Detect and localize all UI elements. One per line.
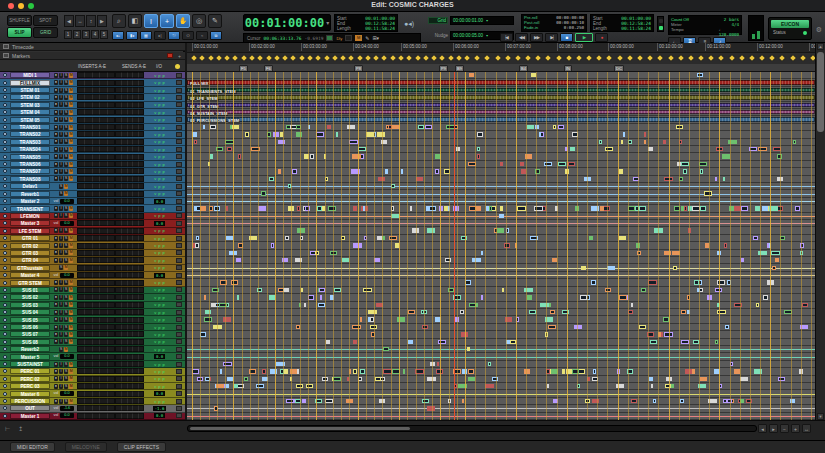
edit-toggle-3-icon[interactable]: ▦ <box>140 31 152 40</box>
audio-clip[interactable] <box>777 154 782 158</box>
io-display[interactable]: vpp <box>144 332 175 337</box>
inserts-cells[interactable] <box>77 206 115 212</box>
audio-clip[interactable]: 05_PERCUSSIONS_STEM <box>187 117 815 121</box>
track-row[interactable]: Reverb2SMvpp <box>0 346 185 353</box>
sends-cells[interactable] <box>115 228 144 234</box>
io-display[interactable]: vpp <box>144 236 175 241</box>
audio-clip[interactable] <box>458 384 467 388</box>
audio-clip[interactable] <box>666 377 673 381</box>
spot-mode-button[interactable]: SPOT <box>33 15 58 26</box>
audio-clip[interactable] <box>485 384 494 388</box>
inserts-cells[interactable] <box>77 102 115 108</box>
track-state-buttons[interactable]: vol-1.6 <box>50 406 77 411</box>
zoom-preset-4[interactable]: 4 <box>91 30 99 39</box>
marker-icon[interactable] <box>495 55 501 61</box>
audio-clip[interactable] <box>755 206 760 210</box>
audio-clip[interactable] <box>282 258 288 262</box>
inserts-cells[interactable] <box>77 346 115 352</box>
audio-clip[interactable] <box>799 369 803 373</box>
audio-clip[interactable] <box>724 243 727 247</box>
track-state-buttons[interactable]: ●ISM <box>50 228 77 233</box>
marker-icon[interactable] <box>698 55 704 61</box>
audio-clip[interactable] <box>628 140 633 144</box>
marker-icon[interactable] <box>191 55 197 61</box>
track-row[interactable]: TRANS01●ISMvpp <box>0 124 185 131</box>
track-row[interactable]: SUS 07●ISMvpp <box>0 331 185 338</box>
marker-icon[interactable] <box>431 55 437 61</box>
audio-clip[interactable] <box>621 140 623 144</box>
audio-clip[interactable] <box>663 317 668 321</box>
track-state-buttons[interactable]: ●ISM <box>50 399 77 404</box>
audio-clip[interactable] <box>326 340 331 344</box>
inserts-header[interactable]: INSERTS A-E <box>78 64 106 69</box>
track-state-buttons[interactable]: ●ISM <box>50 206 77 211</box>
audio-clip[interactable] <box>800 325 808 329</box>
grid-value-label[interactable]: Grid <box>428 17 448 24</box>
comments-box[interactable] <box>176 95 182 100</box>
track-name[interactable]: STEM 01 <box>10 87 50 93</box>
comments-box[interactable] <box>176 406 182 411</box>
audio-clip[interactable] <box>310 154 315 158</box>
sends-cells[interactable] <box>115 168 144 174</box>
audio-clip[interactable] <box>364 236 366 240</box>
track-lane[interactable] <box>187 324 815 331</box>
track-type-icon[interactable] <box>0 132 10 136</box>
audio-clip[interactable] <box>535 169 540 173</box>
audio-clip[interactable] <box>391 214 399 218</box>
audio-clip[interactable] <box>410 206 412 210</box>
grid-display-icon[interactable]: ⊞▾ <box>372 35 379 41</box>
track-lane[interactable] <box>187 398 815 405</box>
audio-clip[interactable] <box>381 140 387 144</box>
tempo-meter-display[interactable]: Count Off2 bars Meter4/4 Tempo♩ 120.0000 <box>668 15 742 35</box>
track-type-icon[interactable] <box>0 169 10 173</box>
stop-button[interactable]: ■ <box>560 33 573 42</box>
track-state-buttons[interactable]: ●ISM <box>50 88 77 93</box>
sends-cells[interactable] <box>115 391 144 397</box>
audio-clip[interactable] <box>477 147 480 151</box>
audio-clip[interactable] <box>769 206 777 210</box>
audio-clip[interactable] <box>382 236 385 240</box>
track-lane[interactable] <box>187 161 815 168</box>
io-display[interactable]: vpp <box>144 154 175 159</box>
io-display[interactable]: vpp <box>144 310 175 315</box>
audio-clip[interactable] <box>288 184 291 188</box>
audio-clip[interactable] <box>500 162 504 166</box>
audio-clip[interactable] <box>249 236 256 240</box>
audio-clip[interactable] <box>641 288 646 292</box>
audio-clip[interactable] <box>427 406 435 410</box>
audio-clip[interactable] <box>572 369 579 373</box>
audio-clip[interactable] <box>318 303 326 307</box>
audio-clip[interactable] <box>353 243 362 247</box>
audio-clip[interactable] <box>681 310 686 314</box>
track-type-icon[interactable] <box>0 325 10 329</box>
audio-clip[interactable] <box>544 162 552 166</box>
audio-clip[interactable] <box>412 228 419 232</box>
comments-box[interactable] <box>176 154 182 159</box>
audio-clip[interactable] <box>469 303 476 307</box>
track-state-buttons[interactable]: ●ISM <box>50 176 77 181</box>
io-display[interactable]: vpp <box>144 95 175 100</box>
marker-icon[interactable] <box>406 55 412 61</box>
track-type-icon[interactable] <box>0 384 10 388</box>
audio-clip[interactable] <box>754 369 763 373</box>
audio-clip[interactable] <box>674 206 681 210</box>
audio-clip[interactable] <box>379 399 384 403</box>
audio-clip[interactable] <box>524 288 533 292</box>
marker-icon[interactable] <box>415 55 421 61</box>
io-display[interactable]: 0.0 <box>144 221 175 226</box>
audio-clip[interactable] <box>719 384 722 388</box>
comments-box[interactable] <box>176 273 182 278</box>
track-type-icon[interactable] <box>0 192 10 196</box>
audio-clip[interactable] <box>391 206 394 210</box>
sends-cells[interactable] <box>115 405 144 411</box>
track-name[interactable]: TRANS01 <box>10 124 50 130</box>
inserts-cells[interactable] <box>77 124 115 130</box>
marker-icon[interactable] <box>657 55 663 61</box>
track-state-buttons[interactable]: ●ISM <box>50 110 77 115</box>
track-name[interactable]: PERC 02 <box>10 376 50 382</box>
audio-clip[interactable] <box>295 258 302 262</box>
track-lane[interactable]: 04_SUSTAIN_STEM <box>187 109 815 116</box>
track-row[interactable]: Master 1vol0.00.0 <box>0 413 185 420</box>
audio-clip[interactable] <box>749 147 757 151</box>
marker-icon[interactable] <box>545 55 551 61</box>
